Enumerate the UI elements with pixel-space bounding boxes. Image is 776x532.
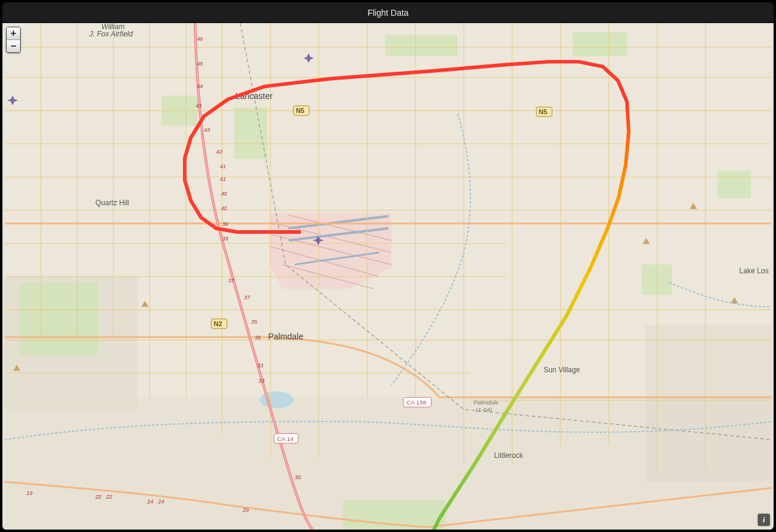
label-lake-los: Lake Los bbox=[740, 267, 769, 275]
svg-text:22: 22 bbox=[106, 494, 112, 500]
svg-text:N5: N5 bbox=[539, 108, 548, 115]
svg-text:45: 45 bbox=[197, 61, 203, 67]
svg-text:35: 35 bbox=[251, 319, 257, 325]
zoom-control: + − bbox=[6, 27, 21, 53]
shield-ca138: CA 138 bbox=[403, 397, 431, 407]
map-svg: 46 45 44 43 43 42 41 41 40 40 39 39 37 3… bbox=[2, 23, 774, 530]
shield-n2: N2 bbox=[211, 319, 227, 329]
svg-rect-3 bbox=[20, 282, 98, 355]
shield-ca14: CA 14 bbox=[274, 434, 298, 443]
svg-text:CA 138: CA 138 bbox=[407, 399, 427, 406]
svg-text:CA 14: CA 14 bbox=[277, 435, 294, 442]
svg-text:37: 37 bbox=[244, 295, 250, 301]
svg-rect-6 bbox=[572, 32, 627, 56]
svg-text:37: 37 bbox=[228, 278, 235, 284]
svg-text:40: 40 bbox=[221, 191, 227, 197]
shield-n5-left: N5 bbox=[294, 106, 309, 115]
titlebar: Flight Data bbox=[2, 2, 774, 23]
svg-rect-7 bbox=[718, 171, 751, 199]
map-viewport[interactable]: + − i bbox=[2, 23, 774, 530]
svg-text:24: 24 bbox=[157, 499, 164, 505]
app-window: Flight Data + − i bbox=[2, 2, 774, 530]
svg-text:19: 19 bbox=[27, 490, 33, 496]
svg-text:40: 40 bbox=[221, 205, 227, 211]
svg-text:N2: N2 bbox=[214, 320, 222, 327]
svg-text:44: 44 bbox=[197, 83, 203, 89]
svg-text:29: 29 bbox=[242, 507, 249, 513]
zoom-in-button[interactable]: + bbox=[7, 27, 20, 39]
svg-text:46: 46 bbox=[197, 36, 203, 42]
svg-rect-2 bbox=[645, 325, 772, 482]
label-palmdale-exit-1: Palmdale bbox=[473, 399, 499, 406]
svg-text:35: 35 bbox=[255, 335, 261, 341]
label-littlerock: Littlerock bbox=[494, 451, 523, 460]
label-sun-village: Sun Village bbox=[543, 366, 580, 374]
svg-text:42: 42 bbox=[216, 149, 222, 155]
zoom-out-button[interactable]: − bbox=[7, 39, 20, 52]
svg-text:22: 22 bbox=[95, 494, 101, 500]
svg-rect-4 bbox=[235, 107, 268, 159]
svg-text:39: 39 bbox=[222, 221, 228, 227]
svg-rect-5 bbox=[385, 35, 458, 56]
label-palmdale: Palmdale bbox=[268, 332, 303, 341]
shield-n5-right: N5 bbox=[537, 107, 552, 117]
label-quartz-hill: Quartz Hill bbox=[95, 199, 129, 207]
svg-text:41: 41 bbox=[220, 176, 226, 182]
attribution-button[interactable]: i bbox=[758, 514, 770, 526]
svg-text:33: 33 bbox=[258, 378, 264, 384]
svg-text:43: 43 bbox=[196, 103, 202, 109]
svg-text:39: 39 bbox=[222, 236, 228, 242]
svg-text:41: 41 bbox=[220, 163, 226, 169]
svg-text:33: 33 bbox=[257, 363, 263, 369]
svg-text:24: 24 bbox=[146, 499, 153, 505]
label-palmdale-exit-2: (1-04) bbox=[476, 406, 492, 413]
svg-text:43: 43 bbox=[204, 127, 210, 133]
window-title: Flight Data bbox=[368, 8, 409, 18]
svg-text:30: 30 bbox=[295, 474, 301, 480]
svg-text:N5: N5 bbox=[296, 107, 304, 114]
label-fox-airfield-2: J. Fox Airfield bbox=[89, 30, 133, 38]
